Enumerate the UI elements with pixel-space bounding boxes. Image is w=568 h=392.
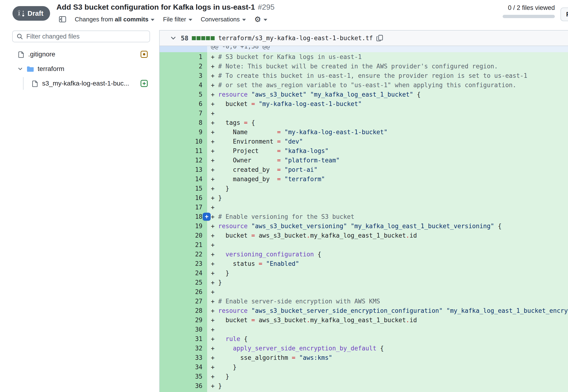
code-line: +# To create this bucket in us-east-1, e…: [207, 71, 568, 80]
line-number[interactable]: 11: [160, 146, 207, 155]
diff-file-path[interactable]: terraform/s3_my-kafka-log-east-1-bucket.…: [218, 35, 373, 42]
conversations-dropdown[interactable]: Conversations: [201, 16, 246, 23]
addition-marker: +: [211, 362, 218, 372]
changes-from-dropdown[interactable]: Changes fromall commits: [75, 16, 155, 23]
files-viewed-block: 0 / 2 files viewed: [503, 4, 555, 18]
diff-row-21: 21+: [160, 240, 568, 250]
line-number[interactable]: 31: [160, 334, 207, 344]
addition-marker: +: [211, 109, 218, 118]
line-number[interactable]: 24: [160, 268, 207, 278]
add-comment-button[interactable]: +: [203, 213, 211, 221]
addition-marker: +: [211, 278, 218, 287]
line-number[interactable]: 7: [160, 109, 207, 118]
line-number[interactable]: 13: [160, 165, 207, 174]
line-number[interactable]: 26: [160, 287, 207, 297]
addition-marker: +: [211, 203, 218, 212]
addition-marker: +: [211, 71, 218, 80]
file-tree: .gitignoreterraforms3_my-kafka-log-east-…: [0, 47, 159, 91]
code-line: +}: [207, 193, 568, 203]
line-number[interactable]: 35: [160, 372, 207, 381]
diff-row-11: 11+ Project = "kafka-logs": [160, 146, 568, 155]
line-number[interactable]: 10: [160, 137, 207, 146]
chevron-down-icon[interactable]: [17, 66, 23, 72]
code-line: +: [207, 203, 568, 212]
line-number[interactable]: 27: [160, 297, 207, 306]
filter-placeholder: Filter changed files: [26, 33, 80, 40]
line-number[interactable]: 22: [160, 250, 207, 259]
diff-row-19: 19+resource "aws_s3_bucket_versioning" "…: [160, 221, 568, 231]
tree-item-label: s3_my-kafka-log-east-1-buc...: [42, 80, 129, 87]
chevron-down-icon: [188, 19, 192, 21]
line-number[interactable]: 34: [160, 362, 207, 372]
diff-row-9: 9+ Name = "my-kafka-log-east-1-bucket": [160, 127, 568, 137]
addition-marker: +: [211, 99, 218, 109]
code-line: + managed_by = "terraform": [207, 174, 568, 184]
line-number[interactable]: 18: [160, 212, 207, 221]
line-number[interactable]: 21: [160, 240, 207, 250]
line-number[interactable]: 17: [160, 203, 207, 212]
line-number[interactable]: 16: [160, 193, 207, 203]
line-number[interactable]: 20: [160, 231, 207, 240]
collapse-file-tree-icon[interactable]: [59, 15, 66, 23]
addition-marker: +: [211, 165, 218, 174]
line-number[interactable]: 5: [160, 90, 207, 99]
code-line: +resource "aws_s3_bucket" "my_kafka_log_…: [207, 90, 568, 99]
addition-marker: +: [211, 268, 218, 278]
addition-marker: +: [211, 127, 218, 137]
tree-item--gitignore[interactable]: .gitignore: [0, 47, 159, 62]
filter-changed-files-input[interactable]: Filter changed files: [12, 30, 150, 42]
code-line: +# Note: This bucket will be created in …: [207, 62, 568, 71]
diff-additions-count: 58: [181, 35, 188, 42]
line-number[interactable]: 30: [160, 325, 207, 334]
line-number[interactable]: 33: [160, 353, 207, 362]
diff-row-14: 14+ managed_by = "terraform": [160, 174, 568, 184]
line-number[interactable]: 15: [160, 184, 207, 193]
line-number[interactable]: 29: [160, 315, 207, 325]
tree-item-terraform[interactable]: terraform: [0, 62, 159, 76]
file-filter-dropdown[interactable]: File filter: [163, 16, 192, 23]
diff-row-1: 1+# S3 bucket for Kafka logs in us-east-…: [160, 52, 568, 62]
code-line: +: [207, 109, 568, 118]
line-number[interactable]: 19: [160, 221, 207, 231]
diff-row-33: 33+ sse_algorithm = "aws:kms": [160, 353, 568, 362]
diff-row-29: 29+ bucket = aws_s3_bucket.my_kafka_log_…: [160, 315, 568, 325]
review-changes-button[interactable]: R: [560, 8, 568, 21]
line-number[interactable]: 2: [160, 62, 207, 71]
tree-item-s3-my-kafka-log-east-1-buc-[interactable]: s3_my-kafka-log-east-1-buc...+: [0, 76, 159, 91]
line-number[interactable]: 36: [160, 381, 207, 391]
pr-files-changed-page: { "header": { "draft_label": "Draft", "t…: [0, 0, 568, 392]
line-number[interactable]: 25: [160, 278, 207, 287]
collapse-diff-chevron-icon[interactable]: [170, 35, 177, 41]
line-number[interactable]: 14: [160, 174, 207, 184]
line-number[interactable]: 12: [160, 155, 207, 165]
diff-row-partial: [160, 391, 568, 392]
line-number[interactable]: 8: [160, 118, 207, 127]
line-number[interactable]: 3: [160, 71, 207, 80]
code-line: + bucket = aws_s3_bucket.my_kafka_log_ea…: [207, 231, 568, 240]
tree-indent-guide: [23, 77, 24, 90]
line-number[interactable]: 4: [160, 80, 207, 90]
tree-item-label: .gitignore: [28, 51, 55, 58]
diff-row-23: 23+ status = "Enabled": [160, 259, 568, 268]
diff-row-27: 27+# Enable server-side encryption with …: [160, 297, 568, 306]
line-number[interactable]: 6: [160, 99, 207, 109]
pr-title: Add S3 bucket configuration for Kafka lo…: [57, 3, 275, 12]
diff-row-32: 32+ apply_server_side_encryption_by_defa…: [160, 344, 568, 353]
addition-marker: +: [211, 137, 218, 146]
line-number[interactable]: 1: [160, 52, 207, 62]
addition-marker: +: [211, 118, 218, 127]
addition-marker: +: [211, 297, 218, 306]
copy-file-path-button[interactable]: [376, 35, 383, 42]
chevron-down-icon: [151, 19, 155, 21]
diff-row-18: 18+# Enable versioning for the S3 bucket…: [160, 212, 568, 221]
draft-label: Draft: [28, 10, 43, 17]
line-number[interactable]: 9: [160, 127, 207, 137]
folder-icon: [27, 65, 34, 73]
diff-settings-dropdown[interactable]: ⚙︎: [254, 15, 267, 23]
diff-row-2: 2+# Note: This bucket will be created in…: [160, 62, 568, 71]
code-line: +resource "aws_s3_bucket_server_side_enc…: [207, 306, 568, 315]
line-number[interactable]: 28: [160, 306, 207, 315]
line-number[interactable]: 23: [160, 259, 207, 268]
line-number[interactable]: 32: [160, 344, 207, 353]
diff-row-12: 12+ Owner = "platform-team": [160, 155, 568, 165]
